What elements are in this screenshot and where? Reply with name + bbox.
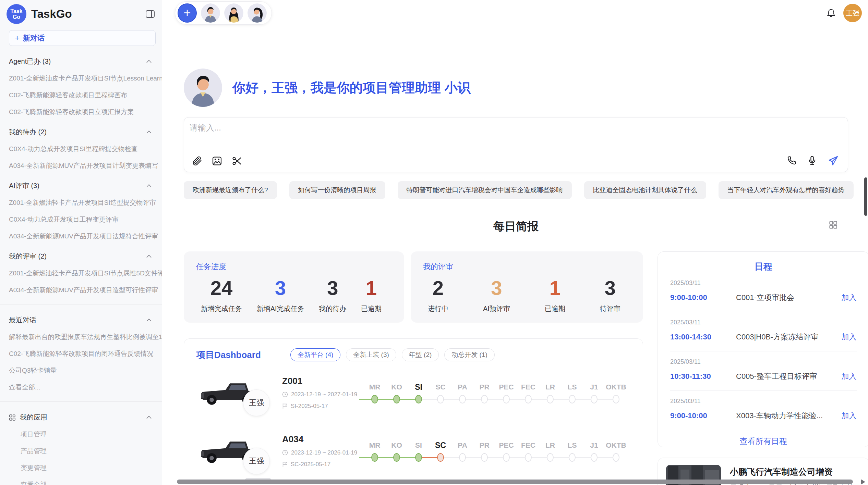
milestone: KO [386, 382, 408, 403]
avatar-woman-long-hair[interactable] [224, 3, 243, 23]
suggestion-chip[interactable]: 比亚迪全固态电池计划具体说了什么 [584, 181, 706, 199]
milestone: LS [561, 382, 583, 403]
view-all-apps-link[interactable]: 查看全部... [0, 480, 162, 485]
project-code: A034 [282, 434, 364, 445]
tab-powertrain[interactable]: 动总开发 (1) [444, 348, 495, 361]
milestone: PEC [495, 440, 517, 462]
join-link[interactable]: 加入 [842, 293, 857, 303]
attach-icon[interactable] [192, 156, 203, 166]
stat-new-ai-completed: 3 新增AI完成任务 [257, 277, 304, 313]
logo-text-1: Task [10, 8, 22, 14]
send-icon[interactable] [827, 155, 839, 166]
chevron-up-icon [146, 184, 152, 187]
vertical-scrollbar[interactable] [864, 177, 867, 216]
sidebar-item[interactable]: A034-全新新能源MUV产品开发项目计划变更表编写 [0, 161, 162, 170]
section-my-todo-header[interactable]: 我的待办 (2) [0, 127, 162, 137]
project-flag: SC-2025-05-17 [282, 461, 364, 468]
tab-model-year[interactable]: 年型 (2) [402, 348, 439, 361]
milestone-label: KO [386, 382, 408, 392]
topbar-right: 王强 [827, 4, 862, 22]
mic-icon[interactable] [807, 155, 818, 166]
view-all-schedule-link[interactable]: 查看所有日程 [670, 430, 857, 447]
bell-icon[interactable] [827, 8, 836, 18]
milestone: J1 [583, 440, 605, 462]
app-item-project-mgmt[interactable]: 项目管理 [0, 430, 162, 439]
sidebar-item[interactable]: A034-全新新能源MUV产品开发项目法规符合性评审 [0, 232, 162, 241]
sidebar-item[interactable]: 公司Q3轻卡销量 [0, 366, 162, 375]
milestone-dot [459, 395, 466, 403]
user-avatar[interactable]: 王强 [843, 4, 862, 22]
add-session-button[interactable]: + [178, 3, 197, 23]
new-chat-button[interactable]: + 新对话 [9, 30, 156, 46]
milestone-label: KO [386, 440, 408, 450]
join-link[interactable]: 加入 [842, 371, 857, 382]
schedule-title: 日程 [670, 261, 857, 273]
project-info: Z001 2023-12-19 ~ 2027-01-19 SI-2025-05-… [282, 376, 364, 410]
milestone-dot [371, 395, 378, 403]
schedule-item[interactable]: 2025/03/11 9:00-10:00 X003-车辆动力学性能验... 加… [670, 391, 857, 430]
task-progress-card: 任务进度 24 新增完成任务 3 新增AI完成任务 [184, 251, 404, 323]
stat-label: 已逾期 [361, 304, 382, 313]
schedule-item[interactable]: 2025/03/11 13:00-14:30 C003|H0B-方案冻结评审 加… [670, 312, 857, 351]
horizontal-scrollbar[interactable] [177, 480, 853, 484]
image-upload-icon[interactable] [212, 156, 222, 166]
sidebar-item[interactable]: 解释最新出台的欧盟报废车法规再生塑料比例被调至15%... [0, 333, 162, 341]
sidebar-item[interactable]: C02-飞腾新能源轻客改款项目立项汇报方案 [0, 108, 162, 116]
schedule-card: 日程 2025/03/11 9:00-10:00 C001-立项审批会 加入 2… [658, 251, 868, 447]
stat-pending-review: 3 待评审 [600, 277, 620, 313]
avatar-woman-ponytail[interactable] [248, 3, 267, 23]
sidebar-item[interactable]: C0X4-动力总成开发项目工程变更评审 [0, 215, 162, 224]
screenshot-scissors-icon[interactable] [231, 156, 242, 166]
logo-text-2: Go [13, 14, 20, 20]
sidebar-item[interactable]: C0X4-动力总成开发项目SI里程碑提交物检查 [0, 145, 162, 153]
chevron-up-icon [146, 319, 152, 322]
suggestion-chip[interactable]: 特朗普可能对进口汽车增税会对中国车企造成哪些影响 [398, 181, 572, 199]
suggestion-chip[interactable]: 欧洲新规最近颁布了什么? [184, 181, 277, 199]
scroll-right-arrow-icon[interactable] [861, 479, 865, 485]
sidebar-item[interactable]: Z001-全新燃油皮卡产品开发项目SI节点Lesson Learn报告 [0, 74, 162, 83]
stat-in-progress: 2 进行中 [428, 277, 448, 313]
layout-grid-icon[interactable] [829, 220, 838, 229]
app-item-product-mgmt[interactable]: 产品管理 [0, 447, 162, 456]
tab-new-body[interactable]: 全新上装 (3) [346, 348, 396, 361]
milestone-dot [547, 453, 554, 462]
milestone-dot [503, 395, 510, 403]
app-item-change-mgmt[interactable]: 变更管理 [0, 463, 162, 472]
section-my-apps-header[interactable]: 我的应用 [0, 413, 162, 422]
avatar-man[interactable] [201, 3, 220, 23]
milestone: PA [451, 440, 473, 462]
milestone-label: FEC [517, 440, 539, 450]
sidebar-item[interactable]: A034-全新新能源MUV产品开发项目造型可行性评审 [0, 286, 162, 295]
sidebar-item[interactable]: C02-飞腾新能源轻客改款项目的闭环通告反馈情况 [0, 349, 162, 358]
suggestion-chip[interactable]: 当下年轻人对汽车外观有怎样的喜好趋势 [719, 181, 854, 199]
phone-icon[interactable] [786, 155, 797, 166]
project-row[interactable]: 王强 Z001 2023-12-19 ~ 2027-01-19 [196, 365, 643, 420]
schedule-item[interactable]: 2025/03/11 9:00-10:00 C001-立项审批会 加入 [670, 273, 857, 312]
section-ai-review-header[interactable]: AI评审 (3) [0, 181, 162, 190]
sidebar-item[interactable]: C02-飞腾新能源轻客改款项目里程碑画布 [0, 91, 162, 100]
schedule-time: 13:00-14:30 [670, 333, 724, 341]
join-link[interactable]: 加入 [842, 411, 857, 421]
schedule-name: C001-立项审批会 [736, 293, 842, 303]
section-my-review-header[interactable]: 我的评审 (2) [0, 252, 162, 261]
stat-value: 3 [319, 277, 346, 299]
suggestion-chip[interactable]: 如何写一份清晰的项目周报 [289, 181, 385, 199]
view-all-chats-link[interactable]: 查看全部... [0, 383, 162, 392]
tab-new-platform[interactable]: 全新平台 (4) [290, 348, 341, 361]
schedule-item[interactable]: 2025/03/11 10:30-11:30 C005-整车工程目标评审 加入 [670, 351, 857, 391]
project-row[interactable]: 王强 A034 2023-12-19 ~ 2026-01-19 [196, 424, 643, 478]
milestone-label: OKTB [605, 382, 627, 392]
join-link[interactable]: 加入 [842, 332, 857, 342]
sidebar-collapse-icon[interactable] [145, 10, 155, 18]
section-recent-chats-header[interactable]: 最近对话 [0, 315, 162, 325]
milestone-dot [547, 395, 554, 403]
stat-value: 3 [600, 277, 620, 299]
milestone-dot [569, 453, 576, 462]
milestone: KO [386, 440, 408, 462]
sidebar-item[interactable]: Z001-全新燃油轻卡产品开发项目SI节点属性5D文件评审 [0, 269, 162, 278]
sidebar-item[interactable]: Z001-全新燃油轻卡产品开发项目SI造型提交物评审 [0, 198, 162, 207]
stat-label: 待评审 [600, 304, 620, 313]
section-agent-done-header[interactable]: Agent已办 (3) [0, 57, 162, 66]
schedule-date: 2025/03/11 [670, 358, 857, 365]
chat-input[interactable] [190, 122, 842, 146]
